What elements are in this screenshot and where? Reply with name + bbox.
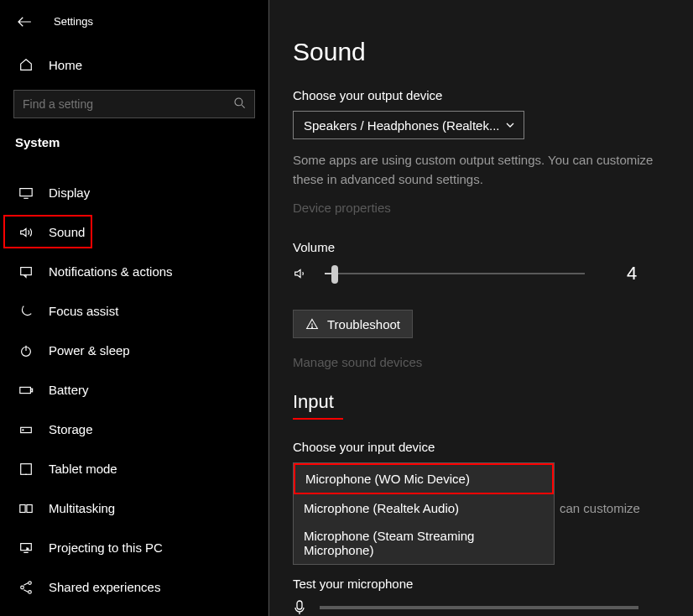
shared-icon: [15, 580, 37, 595]
back-icon[interactable]: [17, 16, 34, 28]
svg-point-7: [23, 429, 23, 430]
home-icon: [15, 57, 37, 72]
home-nav[interactable]: Home: [0, 48, 268, 81]
volume-value: 4: [627, 263, 637, 285]
app-title: Settings: [54, 15, 93, 28]
sidebar-item-label: Storage: [49, 422, 93, 436]
volume-label: Volume: [293, 240, 670, 254]
sidebar-item-projecting[interactable]: Projecting to this PC: [0, 528, 268, 567]
sidebar-item-label: Battery: [49, 383, 89, 397]
output-device-dropdown[interactable]: Speakers / Headphones (Realtek...: [293, 111, 524, 139]
output-device-selected: Speakers / Headphones (Realtek...: [304, 118, 499, 133]
tablet-icon: [15, 462, 37, 477]
page-title: Sound: [293, 38, 670, 66]
output-description: Some apps are using custom output settin…: [293, 151, 654, 189]
output-device-label: Choose your output device: [293, 88, 670, 102]
svg-point-13: [29, 581, 32, 584]
notifications-icon: [15, 264, 37, 279]
home-label: Home: [49, 58, 82, 72]
highlight-underline: [293, 418, 343, 420]
input-device-dropdown-menu: Microphone (WO Mic Device) Microphone (R…: [293, 462, 555, 565]
sidebar-item-power-sleep[interactable]: Power & sleep: [0, 331, 268, 370]
search-icon: [233, 97, 247, 110]
chevron-down-icon: [505, 120, 515, 130]
speaker-icon[interactable]: [293, 266, 308, 281]
sidebar-item-notifications[interactable]: Notifications & actions: [0, 252, 268, 291]
sidebar-item-battery[interactable]: Battery: [0, 370, 268, 410]
focus-assist-icon: [15, 304, 37, 319]
power-icon: [15, 343, 37, 358]
input-section-title: Input: [293, 391, 670, 413]
input-device-option[interactable]: Microphone (Steam Streaming Microphone): [294, 522, 554, 564]
volume-slider[interactable]: [325, 273, 585, 274]
storage-icon: [15, 422, 37, 437]
input-device-option[interactable]: Microphone (Realtek Audio): [294, 494, 554, 522]
sidebar-item-display[interactable]: Display: [0, 173, 268, 212]
warning-icon: [305, 317, 319, 331]
svg-rect-4: [20, 387, 31, 393]
sidebar-item-label: Notifications & actions: [49, 264, 173, 279]
svg-point-0: [235, 98, 242, 106]
sidebar-item-label: Tablet mode: [49, 462, 117, 476]
svg-rect-11: [21, 543, 32, 550]
microphone-test-meter: [320, 606, 638, 609]
section-title: System: [0, 135, 268, 149]
search-input[interactable]: [13, 90, 255, 118]
svg-point-15: [312, 327, 313, 328]
sidebar-item-label: Sound: [49, 225, 85, 239]
sidebar-item-label: Display: [49, 185, 90, 200]
sidebar-item-label: Multitasking: [49, 501, 115, 515]
manage-sound-devices-link[interactable]: Manage sound devices: [293, 355, 670, 369]
sidebar-item-label: Projecting to this PC: [49, 540, 163, 555]
troubleshoot-label: Troubleshoot: [327, 317, 400, 331]
svg-rect-16: [297, 601, 302, 609]
sidebar-item-storage[interactable]: Storage: [0, 410, 268, 449]
svg-point-14: [29, 590, 32, 593]
svg-rect-10: [27, 504, 32, 512]
display-icon: [15, 185, 37, 201]
sound-icon: [15, 225, 37, 240]
svg-rect-1: [20, 188, 32, 196]
sidebar-item-tablet-mode[interactable]: Tablet mode: [0, 449, 268, 488]
microphone-icon: [293, 599, 306, 616]
svg-point-12: [21, 586, 24, 589]
projecting-icon: [15, 540, 37, 556]
sidebar-item-focus-assist[interactable]: Focus assist: [0, 291, 268, 331]
battery-icon: [15, 383, 37, 398]
sidebar-item-label: Power & sleep: [49, 343, 130, 358]
troubleshoot-button[interactable]: Troubleshoot: [293, 310, 413, 338]
input-device-option[interactable]: Microphone (WO Mic Device): [294, 463, 554, 494]
sidebar-item-label: Focus assist: [49, 304, 118, 318]
sidebar-item-sound[interactable]: Sound: [0, 212, 268, 252]
device-properties-link[interactable]: Device properties: [293, 201, 670, 215]
sidebar-item-label: Shared experiences: [49, 580, 160, 594]
sidebar-item-multitasking[interactable]: Multitasking: [0, 488, 268, 528]
sidebar-item-shared-experiences[interactable]: Shared experiences: [0, 567, 268, 607]
svg-rect-2: [21, 267, 32, 274]
input-description-partial: can customize: [560, 501, 670, 515]
svg-rect-8: [21, 463, 32, 474]
test-microphone-label: Test your microphone: [293, 577, 670, 591]
svg-rect-5: [31, 389, 33, 392]
multitasking-icon: [15, 501, 37, 516]
input-device-label: Choose your input device: [293, 440, 670, 454]
slider-thumb[interactable]: [331, 265, 338, 284]
svg-rect-9: [20, 504, 25, 512]
